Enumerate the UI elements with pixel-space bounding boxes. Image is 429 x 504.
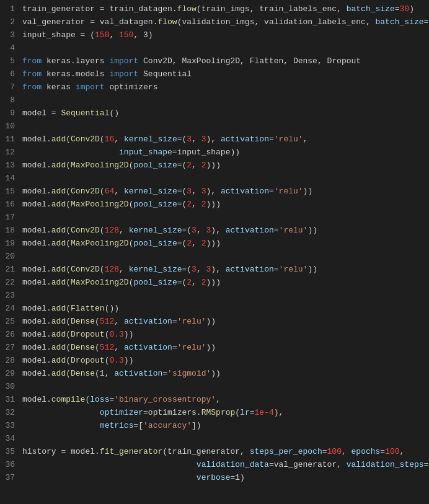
code-line: model.add(Flatten()) [22,302,429,315]
code-line [22,172,429,185]
line-number: 27 [0,341,15,354]
code-line: model.add(Dense(512, activation='relu')) [22,341,429,354]
line-number: 36 [0,458,15,471]
line-number: 26 [0,328,15,341]
line-number: 32 [0,406,15,419]
line-number: 18 [0,224,15,237]
code-line: model.add(Conv2D(128, kernel_size=(3, 3)… [22,263,429,276]
line-number: 28 [0,354,15,367]
line-number: 35 [0,445,15,458]
code-line: from keras.models import Sequential [22,68,429,81]
code-line: from keras.layers import Conv2D, MaxPool… [22,55,429,68]
code-line: model.add(Dropout(0.3)) [22,328,429,341]
code-line: from keras import optimizers [22,81,429,94]
code-line: model.compile(loss='binary_crossentropy'… [22,393,429,406]
code-line: model.add(Conv2D(16, kernel_size=(3, 3),… [22,133,429,146]
code-line: model.add(MaxPooling2D(pool_size=(2, 2))… [22,276,429,289]
code-line [22,432,429,445]
code-line: model.add(MaxPooling2D(pool_size=(2, 2))… [22,198,429,211]
line-number: 12 [0,146,15,159]
line-number: 7 [0,81,15,94]
code-line: validation_data=val_generator, validatio… [22,458,429,471]
code-line: model.add(Dropout(0.3)) [22,354,429,367]
code-line [22,42,429,55]
code-line: input_shape = (150, 150, 3) [22,29,429,42]
line-number: 37 [0,471,15,484]
code-line: model = Sequential() [22,107,429,120]
line-number: 34 [0,432,15,445]
line-number: 17 [0,211,15,224]
line-number: 30 [0,380,15,393]
line-number: 29 [0,367,15,380]
code-editor: 1234567891011121314151617181920212223242… [0,0,429,487]
code-line: train_generator = train_datagen.flow(tra… [22,2,429,15]
code-line: model.add(Dense(512, activation='relu')) [22,315,429,328]
line-number: 31 [0,393,15,406]
line-number: 2 [0,15,15,29]
line-number: 8 [0,94,15,107]
line-number: 33 [0,419,15,432]
code-line: metrics=['accuracy']) [22,419,429,432]
line-number: 10 [0,120,15,133]
code-content[interactable]: train_generator = train_datagen.flow(tra… [22,2,429,484]
code-line [22,250,429,263]
code-line: model.add(MaxPooling2D(pool_size=(2, 2))… [22,237,429,250]
line-number: 9 [0,107,15,120]
line-numbers: 1234567891011121314151617181920212223242… [0,2,22,484]
line-number: 4 [0,42,15,55]
line-number: 14 [0,172,15,185]
code-line: model.add(MaxPooling2D(pool_size=(2, 2))… [22,159,429,172]
line-number: 21 [0,263,15,276]
line-number: 19 [0,237,15,250]
line-number: 5 [0,55,15,68]
line-number: 24 [0,302,15,315]
code-line: model.add(Conv2D(64, kernel_size=(3, 3),… [22,185,429,198]
code-line: model.add(Dense(1, activation='sigmoid')… [22,367,429,380]
line-number: 11 [0,133,15,146]
code-line: val_generator = val_datagen.flow(validat… [22,15,429,29]
code-line: input_shape=input_shape)) [22,146,429,159]
code-line: verbose=1) [22,471,429,484]
code-line: optimizer=optimizers.RMSprop(lr=1e-4), [22,406,429,419]
line-number: 1 [0,2,15,15]
line-number: 15 [0,185,15,198]
code-line: history = model.fit_generator(train_gene… [22,445,429,458]
code-line [22,94,429,107]
line-number: 13 [0,159,15,172]
line-number: 23 [0,289,15,302]
line-number: 16 [0,198,15,211]
code-line [22,380,429,393]
code-line [22,289,429,302]
code-line [22,120,429,133]
code-line: model.add(Conv2D(128, kernel_size=(3, 3)… [22,224,429,237]
line-number: 6 [0,68,15,81]
line-number: 22 [0,276,15,289]
code-line [22,211,429,224]
line-number: 3 [0,29,15,42]
line-number: 25 [0,315,15,328]
line-number: 20 [0,250,15,263]
